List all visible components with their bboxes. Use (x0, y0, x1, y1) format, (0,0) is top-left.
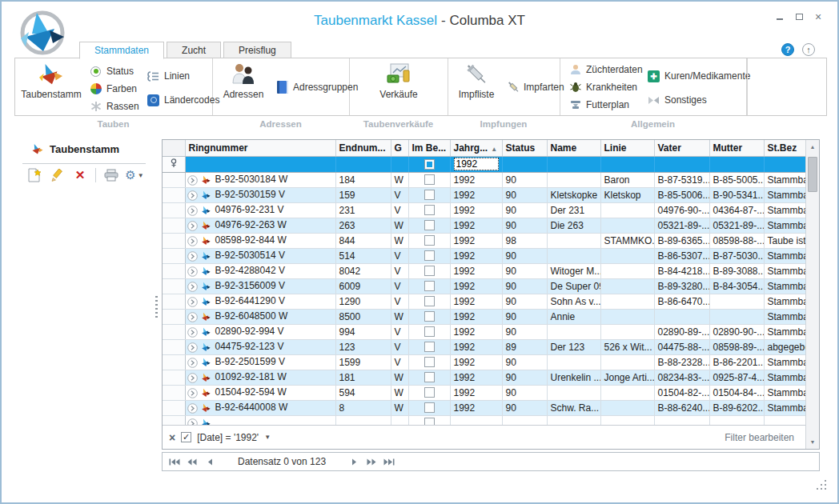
cell-geschlecht[interactable]: W (391, 385, 408, 400)
kuren-medikamente-button[interactable]: ✚ Kuren/Medikamente (647, 68, 750, 84)
cell-ringnummer[interactable]: 04976-92-263 W (185, 218, 335, 233)
cell-vater[interactable]: B-84-4218... (654, 263, 709, 278)
im-bestand-checkbox[interactable] (424, 266, 435, 276)
cell-stammbaum-bezeichnung[interactable]: Stammbaum (764, 278, 805, 294)
table-row[interactable]: B-92-3156009 V6009V199290De Super 09B-89… (163, 278, 805, 294)
scroll-down-button[interactable]: ▼ (806, 435, 819, 449)
edit-filter-link[interactable]: Filter bearbeiten (725, 432, 799, 443)
table-row[interactable]: 04475-92-123 V123V199289Der 123526 x Wit… (163, 339, 805, 354)
cell-vater[interactable]: B-85-5006... (654, 187, 709, 202)
cell-linie[interactable] (600, 400, 654, 415)
cell-name[interactable] (547, 415, 600, 425)
table-row-partial[interactable] (163, 415, 805, 425)
cell-im-bestand[interactable] (408, 339, 450, 354)
krankheiten-button[interactable]: Krankheiten (568, 79, 637, 95)
laendercodes-button[interactable]: Ländercodes (147, 92, 219, 108)
cell-vater[interactable]: B-87-5319... (654, 172, 709, 187)
cell-im-bestand[interactable] (408, 324, 450, 339)
expand-row-icon[interactable] (187, 221, 198, 231)
cell-status[interactable]: 98 (502, 233, 547, 248)
expand-row-icon[interactable] (187, 297, 198, 307)
cell-stammbaum-bezeichnung[interactable]: abgegebe... (764, 339, 805, 354)
im-bestand-checkbox[interactable] (424, 357, 435, 367)
cell-ringnummer[interactable]: B-92-6441290 V (185, 294, 335, 309)
cell-status[interactable]: 90 (502, 354, 547, 370)
column-header[interactable]: Jahrg...▲ (450, 140, 502, 156)
cell-name[interactable] (547, 324, 600, 339)
cell-im-bestand[interactable] (408, 354, 450, 370)
im-bestand-checkbox[interactable] (424, 281, 435, 291)
cell-im-bestand[interactable] (408, 278, 450, 294)
filter-cell[interactable] (764, 156, 805, 172)
expand-row-icon[interactable] (187, 418, 198, 425)
filter-cell[interactable] (654, 156, 709, 172)
cell-name[interactable]: Die 263 (547, 218, 600, 233)
cell-im-bestand[interactable] (408, 202, 450, 218)
cell-endnummer[interactable]: 994 (335, 324, 391, 339)
cell-jahrgang[interactable]: 1992 (450, 172, 502, 187)
cell-vater[interactable] (654, 415, 709, 425)
cell-im-bestand[interactable] (408, 294, 450, 309)
cell-vater[interactable]: B-89-6365... (654, 233, 709, 248)
cell-mutter[interactable]: B-84-3054... (709, 278, 764, 294)
cell-mutter[interactable]: B-86-2201... (709, 354, 764, 370)
cell-jahrgang[interactable]: 1992 (450, 263, 502, 278)
cell-stammbaum-bezeichnung[interactable]: Stammbaum (764, 187, 805, 202)
row-indicator[interactable] (163, 248, 185, 263)
cell-jahrgang[interactable]: 1992 (450, 324, 502, 339)
cell-jahrgang[interactable]: 1992 (450, 248, 502, 263)
close-button[interactable]: × (812, 11, 825, 22)
cell-ringnummer[interactable]: 04475-92-123 V (185, 339, 335, 354)
cell-mutter[interactable]: B-89-3088... (709, 263, 764, 278)
cell-stammbaum-bezeichnung[interactable] (764, 415, 805, 425)
rassen-button[interactable]: Rassen (89, 98, 139, 114)
nav-last-button[interactable] (382, 455, 396, 468)
cell-status[interactable]: 90 (502, 385, 547, 400)
cell-vater[interactable]: 05321-89-... (654, 218, 709, 233)
expand-row-icon[interactable] (187, 403, 198, 414)
cell-status[interactable]: 90 (502, 370, 547, 385)
cell-mutter[interactable] (709, 294, 764, 309)
cell-stammbaum-bezeichnung[interactable]: Stammbaum (764, 248, 805, 263)
collapse-ribbon-button[interactable]: ↑ (802, 43, 815, 56)
expand-row-icon[interactable] (187, 373, 198, 383)
cell-stammbaum-bezeichnung[interactable]: Stammbaum (764, 294, 805, 309)
column-header[interactable]: Name (547, 140, 600, 156)
cell-stammbaum-bezeichnung[interactable]: Stammbaum (764, 400, 805, 415)
verkaeufe-button[interactable]: Verkäufe (371, 60, 427, 113)
cell-name[interactable] (547, 172, 600, 187)
expand-row-icon[interactable] (187, 342, 198, 353)
cell-im-bestand[interactable] (408, 309, 450, 324)
nav-first-button[interactable] (167, 455, 182, 468)
im-bestand-checkbox[interactable] (424, 326, 435, 337)
cell-ringnummer[interactable]: B-92-2501599 V (185, 354, 335, 370)
filter-checkbox[interactable] (424, 159, 435, 170)
row-indicator[interactable] (163, 294, 185, 309)
cell-geschlecht[interactable]: V (391, 263, 408, 278)
cell-status[interactable]: 90 (502, 202, 547, 218)
table-row[interactable]: B-92-5030184 W184W199290BaronB-87-5319..… (163, 172, 805, 187)
cell-ringnummer[interactable]: B-92-5030184 W (185, 172, 335, 187)
cell-linie[interactable] (600, 248, 654, 263)
cell-linie[interactable] (600, 263, 654, 278)
filter-cell[interactable] (335, 156, 391, 172)
cell-geschlecht[interactable]: W (391, 218, 408, 233)
cell-stammbaum-bezeichnung[interactable]: Stammbaum (764, 385, 805, 400)
row-indicator[interactable] (163, 324, 185, 339)
cell-mutter[interactable]: B-90-5341... (709, 187, 764, 202)
expand-row-icon[interactable] (187, 175, 198, 186)
cell-name[interactable]: Der 231 (547, 202, 600, 218)
cell-ringnummer[interactable]: B-92-6440008 W (185, 400, 335, 415)
im-bestand-checkbox[interactable] (424, 205, 435, 215)
impfliste-button[interactable]: Impfliste (450, 60, 503, 113)
im-bestand-checkbox[interactable] (424, 174, 435, 185)
taubenstamm-button[interactable]: Taubenstamm (17, 60, 86, 113)
cell-ringnummer[interactable]: 04976-92-231 V (185, 202, 335, 218)
row-indicator[interactable] (163, 278, 185, 294)
cell-im-bestand[interactable] (408, 172, 450, 187)
scrollbar-thumb[interactable] (808, 157, 817, 192)
tab-preisflug[interactable]: Preisflug (223, 42, 291, 58)
cell-name[interactable] (547, 248, 600, 263)
cell-im-bestand[interactable] (408, 415, 450, 425)
expand-row-icon[interactable] (187, 327, 198, 338)
